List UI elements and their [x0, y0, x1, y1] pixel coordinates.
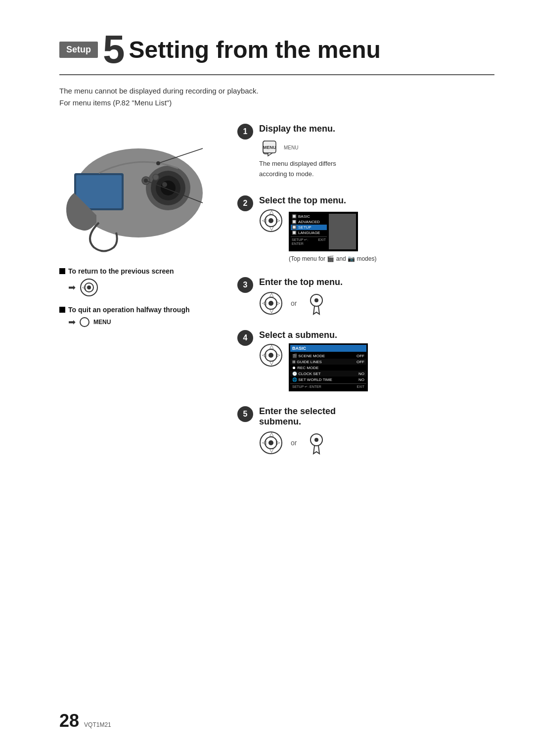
step-5: 5 Enter the selected submenu. ◁ ▷	[237, 406, 494, 455]
step-2: 2 Select the top menu. ◁ ▷ △ ▽	[237, 195, 494, 262]
submenu-row-4: 🕐 CLOCK SET NO	[290, 371, 366, 377]
step-1-title: Display the menu.	[259, 124, 494, 134]
submenu-footer-right: EXIT	[356, 385, 364, 389]
step-circle-5: 5	[237, 406, 253, 422]
step-3: 3 Enter the top menu. ◁ ▷ △ ▽	[237, 277, 494, 315]
step-3-content: Enter the top menu. ◁ ▷ △ ▽ or	[259, 277, 494, 315]
svg-text:◁: ◁	[262, 352, 267, 358]
arrow-icon: ➡	[68, 282, 76, 293]
page-code: VQT1M21	[84, 721, 111, 728]
step-4-content: Select a submenu. ◁ ▷ △ ▽	[259, 330, 494, 391]
svg-text:▽: ▽	[269, 447, 274, 453]
svg-text:◁: ◁	[82, 284, 86, 290]
subtitle: The menu cannot be displayed during reco…	[59, 85, 494, 109]
content-area: To return to the previous screen ➡ ◁	[59, 124, 494, 470]
menu-row-advanced: 🔲ADVANCED	[291, 219, 327, 225]
svg-point-18	[80, 318, 89, 327]
menu-screenshot: 🔲BASIC 🔲ADVANCED 🔲SETUP	[289, 212, 358, 251]
page-container: Setup 5 Setting from the menu The menu c…	[0, 0, 534, 756]
svg-text:▽: ▽	[269, 308, 274, 314]
step-circle-2: 2	[237, 195, 253, 211]
svg-text:◁: ◁	[262, 300, 267, 306]
step-2-row: ◁ ▷ △ ▽ 🔲BASIC	[259, 209, 494, 262]
step-2-title: Select the top menu.	[259, 195, 494, 206]
submenu-row-2: ⊞ GUIDE LINES OFF	[290, 359, 366, 365]
submenu-row-3: ⏺ REC MODE	[290, 365, 366, 371]
svg-text:▷: ▷	[276, 352, 280, 358]
step-3-controls: ◁ ▷ △ ▽ or	[259, 291, 494, 315]
submenu-row-5: 🌐 SET WORLD TIME NO	[290, 377, 366, 382]
or-text-3: or	[291, 299, 297, 307]
svg-text:▽: ▽	[269, 360, 274, 366]
svg-point-51	[314, 438, 318, 442]
step-2-dial: ◁ ▷ △ ▽	[259, 209, 283, 233]
return-title: To return to the previous screen	[68, 267, 174, 275]
bullet-square	[59, 268, 65, 274]
svg-point-9	[153, 174, 159, 180]
svg-text:△: △	[269, 431, 274, 437]
subtitle-line2: For menu items (P.82 "Menu List")	[59, 98, 172, 107]
svg-text:△: △	[269, 209, 274, 215]
step-1-content: Display the menu. MENU MENU The menu dis…	[259, 124, 494, 181]
step-2-content: Select the top menu. ◁ ▷ △ ▽	[259, 195, 494, 262]
svg-point-29	[268, 301, 273, 306]
step-5-title: Enter the selected submenu.	[259, 406, 494, 427]
right-column: 1 Display the menu. MENU MENU The menu d…	[237, 124, 494, 470]
jog-dial-icon: ◁	[80, 278, 98, 297]
or-text-5: or	[291, 439, 297, 447]
svg-point-11	[156, 161, 160, 165]
subtitle-line1: The menu cannot be displayed during reco…	[59, 87, 259, 95]
step-1-sub1: MENU	[284, 145, 298, 150]
svg-text:△: △	[269, 291, 274, 297]
submenu-row-1: 🎬 SCENE MODE OFF	[290, 353, 366, 359]
sidebar-instructions: To return to the previous screen ➡ ◁	[59, 267, 227, 328]
step-4: 4 Select a submenu. ◁ ▷ △ ▽	[237, 330, 494, 391]
submenu-footer-left: SETUP ↵: ENTER	[292, 385, 321, 389]
step-5-content: Enter the selected submenu. ◁ ▷ △ ▽	[259, 406, 494, 455]
svg-point-7	[162, 182, 167, 187]
menu-button-icon: MENU	[259, 137, 280, 158]
step-5-touch	[305, 431, 328, 455]
svg-point-38	[268, 353, 273, 358]
svg-point-13	[144, 179, 148, 183]
svg-text:▽: ▽	[269, 225, 274, 231]
svg-text:MENU: MENU	[263, 145, 276, 150]
menu-left-panel: 🔲BASIC 🔲ADVANCED 🔲SETUP	[291, 214, 327, 249]
step-1-sub3: according to mode.	[259, 170, 494, 178]
step-5-dial: ◁ ▷ △ ▽	[259, 431, 283, 455]
camera-illustration	[59, 124, 218, 252]
step-1-icon-row: MENU MENU	[259, 137, 494, 158]
step-3-dial: ◁ ▷ △ ▽	[259, 291, 283, 315]
sidebar-quit: To quit an operation halfway through ➡ M…	[59, 306, 227, 328]
step-5-controls: ◁ ▷ △ ▽ or	[259, 431, 494, 455]
svg-text:▷: ▷	[276, 300, 280, 306]
menu-row-language: 🔲LANGUAGE	[291, 230, 327, 236]
menu-row-basic: 🔲BASIC	[291, 214, 327, 219]
svg-text:▷: ▷	[276, 217, 280, 223]
page-number: 28	[59, 710, 79, 731]
bullet-square2	[59, 307, 65, 313]
submenu-screenshot: BASIC 🎬 SCENE MODE OFF ⊞ GUIDE LINES OFF…	[289, 343, 368, 391]
svg-point-45	[268, 440, 273, 445]
quit-title: To quit an operation halfway through	[68, 306, 190, 314]
step-1-sub2: The menu displayed differs	[259, 160, 494, 167]
step-1: 1 Display the menu. MENU MENU The menu d…	[237, 124, 494, 181]
menu-right-panel	[329, 214, 356, 249]
circle-icon	[80, 317, 89, 327]
svg-point-16	[87, 285, 91, 289]
left-column: To return to the previous screen ➡ ◁	[59, 124, 227, 470]
svg-point-35	[314, 298, 318, 302]
arrow-icon2: ➡	[68, 317, 76, 328]
menu-row-setup: 🔲SETUP	[291, 225, 327, 230]
svg-text:▷: ▷	[276, 439, 280, 445]
step-2-note: (Top menu for 🎬 and 📷 modes)	[289, 255, 376, 262]
step-3-touch	[305, 291, 328, 315]
page-title: Setting from the menu	[129, 36, 381, 63]
submenu-footer: SETUP ↵: ENTER EXIT	[290, 383, 366, 390]
menu-footer: SETUP ↵: ENTER EXIT	[291, 236, 327, 246]
submenu-header: BASIC	[290, 345, 366, 352]
step-4-title: Select a submenu.	[259, 330, 494, 340]
page-footer: 28 VQT1M21	[59, 710, 111, 731]
step-4-dial: ◁ ▷ △ ▽	[259, 343, 283, 367]
step-circle-1: 1	[237, 124, 253, 140]
